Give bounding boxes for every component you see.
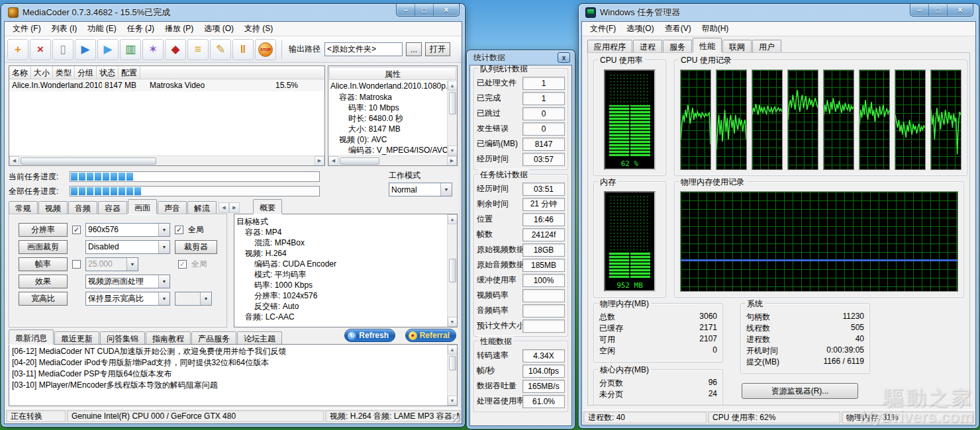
tree-item[interactable]: 反交错: Auto [236, 301, 447, 312]
column-header[interactable]: 类型 [53, 66, 75, 79]
minimize-button[interactable]: – [910, 4, 929, 16]
effects-select[interactable]: 视频源画面处理 ▼ [85, 275, 170, 288]
toolbar-button[interactable]: ▥ [120, 39, 141, 60]
tree-item[interactable]: 混流: MP4Box [236, 237, 447, 248]
news-tab[interactable]: 论坛主题 [237, 331, 282, 344]
settings-tab[interactable]: 容器 [98, 201, 127, 214]
crop-select[interactable]: Disabled ▼ [85, 240, 170, 254]
summary-tab[interactable]: 概要 [253, 199, 282, 214]
toolbar-button[interactable]: ✎ [210, 39, 231, 60]
scroll-up-icon[interactable]: ▲ [448, 214, 458, 224]
close-button[interactable]: × [948, 4, 973, 16]
properties-vscrollbar[interactable]: ▲ ▼ [447, 81, 457, 155]
mediacoder-titlebar[interactable]: MediaCoder 0.7.3.4682 - 15.5%已完成 – □ × [4, 4, 462, 21]
news-vscrollbar[interactable]: ▲ ▼ [447, 345, 457, 406]
scroll-down-icon[interactable]: ▼ [448, 396, 458, 406]
news-item[interactable]: [03-10] MPlayer/MEncoder多线程版本导致的解码阻塞问题 [12, 380, 444, 391]
open-button[interactable]: 打开 [425, 42, 450, 56]
statistics-titlebar[interactable]: 统计数据 x [469, 50, 572, 65]
menu-item[interactable]: 选项(O) [621, 22, 659, 36]
file-row[interactable]: Alice.In.Wonderland.2010.... 8147 MB Mat… [9, 79, 324, 91]
toolbar-button[interactable]: ≡ [187, 39, 209, 60]
work-mode-select[interactable]: Normal ▼ [389, 183, 452, 196]
tree-item[interactable]: 视频 (0): AVC [330, 134, 447, 145]
refresh-button[interactable]: ↻ Refresh [344, 329, 395, 342]
cropper-button[interactable]: 裁剪器 [175, 240, 217, 254]
chevron-down-icon[interactable]: ▼ [158, 224, 170, 236]
tree-item[interactable]: 编码器: V_MPEG4/ISO/AVC [330, 145, 447, 155]
news-item[interactable]: [06-12] MediaCoder NT CUDA加速版开始公测，欢迎免费使用… [12, 346, 444, 357]
output-path-input[interactable]: <原始文件夹> [324, 42, 403, 56]
task-manager-titlebar[interactable]: Windows 任务管理器 – □ × [581, 4, 976, 21]
scroll-down-icon[interactable]: ▼ [448, 317, 458, 327]
news-tab[interactable]: 最新消息 [9, 329, 54, 344]
scroll-thumb[interactable] [449, 92, 456, 114]
news-tab[interactable]: 问答集锦 [100, 331, 145, 344]
news-tab[interactable]: 指南教程 [146, 331, 191, 344]
column-header[interactable]: 大小 [31, 66, 53, 79]
global1-checkbox[interactable]: ✓ [175, 226, 183, 234]
resolution-button[interactable]: 分辨率 [19, 223, 68, 237]
tab[interactable]: 服务 [663, 40, 692, 52]
tree-item[interactable]: 模式: 平均码率 [236, 269, 447, 280]
resolution-checkbox[interactable]: ✓ [72, 226, 81, 234]
toolbar-button[interactable]: ‖ [232, 39, 254, 60]
tree-item[interactable]: Alice.In.Wonderland.2010.1080p.B [330, 81, 447, 92]
menu-item[interactable]: 列表 (I) [46, 22, 83, 36]
news-tab[interactable]: 最近更新 [54, 331, 99, 344]
stop-button[interactable]: STOP [255, 39, 276, 60]
resize-grip[interactable] [452, 414, 461, 423]
column-header[interactable]: 名称 [9, 66, 31, 79]
toolbar-button[interactable]: ▯ [52, 39, 74, 60]
resolution-select[interactable]: 960x576 ▼ [85, 223, 170, 237]
tree-item[interactable]: 音频: LC-AAC [236, 312, 447, 322]
settings-tab[interactable]: 视频 [38, 201, 68, 214]
tree-item[interactable]: 视频: H.264 [236, 248, 447, 259]
summary-vscrollbar[interactable]: ▲ ▼ [447, 214, 457, 327]
toolbar-button[interactable]: × [30, 39, 51, 60]
tree-item[interactable]: 码率: 10 Mbps [330, 103, 447, 113]
tab[interactable]: 用户 [752, 40, 781, 52]
tab-scroll-right-icon[interactable]: ▶ [229, 202, 240, 213]
chevron-down-icon[interactable]: ▼ [158, 241, 170, 253]
tree-item[interactable]: 分辨率: 1024x576 [236, 290, 447, 301]
browse-button[interactable]: ... [406, 42, 422, 56]
scroll-up-icon[interactable]: ▲ [448, 345, 458, 355]
framerate-select[interactable]: 25.000 ▼ [85, 257, 138, 271]
news-item[interactable]: [03-11] MediaCoder PSP专用版64位版本发布 [12, 368, 444, 380]
settings-tab[interactable]: 画面 [128, 199, 157, 214]
column-header[interactable]: 分组 [75, 66, 97, 79]
scroll-thumb[interactable] [340, 157, 379, 165]
column-header[interactable]: 状态 [97, 66, 119, 79]
properties-hscrollbar[interactable]: ◀ ▶ [328, 155, 457, 165]
close-button[interactable]: × [434, 4, 459, 16]
menu-item[interactable]: 播放 (P) [160, 22, 199, 36]
resource-monitor-button[interactable]: 资源监视器(R)... [742, 383, 858, 399]
news-tab[interactable]: 产品服务 [191, 331, 236, 344]
news-item[interactable]: [04-20] MediaCoder iPod专用版新增iPad支持，同时提供3… [12, 357, 444, 368]
tab[interactable]: 应用程序 [587, 40, 632, 52]
column-header[interactable]: 配置 [119, 66, 140, 79]
scroll-down-icon[interactable]: ▼ [448, 146, 458, 155]
chevron-down-icon[interactable]: ▼ [158, 275, 170, 288]
scroll-up-icon[interactable]: ▲ [448, 81, 458, 91]
menu-item[interactable]: 帮助(H) [697, 22, 734, 36]
settings-tab[interactable]: 解流 [187, 201, 217, 214]
menu-item[interactable]: 文件 (F) [7, 22, 46, 36]
toolbar-button[interactable]: ▶ [97, 39, 119, 60]
framerate-button[interactable]: 帧率 [19, 257, 68, 271]
tab[interactable]: 性能 [693, 38, 722, 52]
scroll-thumb[interactable] [21, 157, 156, 165]
scroll-left-icon[interactable]: ◀ [328, 156, 338, 166]
framerate-checkbox[interactable] [72, 260, 81, 269]
settings-tab[interactable]: 常规 [9, 201, 38, 214]
settings-tab[interactable]: 声音 [158, 201, 187, 214]
chevron-down-icon[interactable]: ▼ [440, 183, 452, 196]
tab-scroll-left-icon[interactable]: ◀ [219, 202, 229, 213]
tree-item[interactable]: 码率: 1000 Kbps [236, 280, 447, 290]
tab[interactable]: 联网 [722, 40, 752, 52]
scroll-right-icon[interactable]: ▶ [447, 156, 457, 166]
scroll-left-icon[interactable]: ◀ [9, 156, 19, 166]
scroll-right-icon[interactable]: ▶ [315, 156, 324, 166]
referral-button[interactable]: ● Referral [405, 329, 456, 342]
